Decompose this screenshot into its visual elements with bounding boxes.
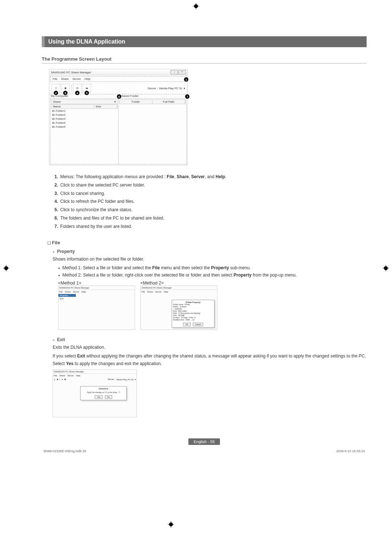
list-item[interactable]: Folder3 <box>51 117 118 121</box>
col-size: Size <box>94 105 117 109</box>
badge-7: 7 <box>185 94 189 99</box>
ok-button[interactable]: OK <box>183 323 191 326</box>
reg-mark-right <box>383 265 389 271</box>
menu-share[interactable]: Share <box>61 77 69 81</box>
menu-server[interactable]: Server <box>72 77 81 81</box>
share-icon[interactable]: ⇪2 <box>52 84 60 93</box>
right-columns: Folder Full Path <box>119 99 186 104</box>
subheading: The Programme Screen Layout <box>42 56 367 64</box>
property-desc: Shows information on the selected file o… <box>53 255 367 263</box>
titlebar: SAMSUNG PC Share Manager – × <box>49 69 187 75</box>
property-heading: Property <box>53 249 367 254</box>
sync-icon[interactable]: ⇆5 <box>82 84 91 93</box>
server-label: Server : <box>148 87 158 90</box>
list-item: 5.Click to synchronize the share status. <box>54 206 367 214</box>
list-item[interactable]: Folder4 <box>51 121 118 125</box>
col-fullpath: Full Path <box>152 100 185 104</box>
cancel-button[interactable]: Cancel <box>193 323 204 326</box>
exit-line2: If you select Exit without applying the … <box>53 352 367 367</box>
yes-button[interactable]: Yes <box>95 395 103 399</box>
method1-col: <Method 1> SAMSUNG PC Share Manager File… <box>58 281 135 330</box>
method1-text: Method 1: Select a file or folder and se… <box>58 264 367 271</box>
dialog-title: [Attention] <box>82 388 125 390</box>
method1-label: <Method 1> <box>58 281 135 286</box>
server-dropdown[interactable]: Media Play PC Sr. ▾ <box>159 87 185 90</box>
reg-mark-left <box>3 265 9 271</box>
refresh-icon[interactable]: ⟳4 <box>73 84 82 93</box>
menu-help[interactable]: Help <box>85 77 90 81</box>
pane-right: Folder Full Path <box>119 99 187 164</box>
col-name: Name <box>52 105 94 109</box>
list-item: 3.Click to cancel sharing. <box>54 189 367 198</box>
close-icon[interactable]: × <box>179 70 186 74</box>
divider <box>72 84 72 92</box>
mini-menu: FileShareServerHelp <box>53 374 136 377</box>
badge-1: 1 <box>184 77 188 82</box>
dialog-msg: Apply the changes on 'A' to the share…? <box>82 391 125 393</box>
exit-dialog: [Attention] Apply the changes on 'A' to … <box>80 386 127 400</box>
reg-mark-top <box>193 3 199 9</box>
page: Using the DLNA Application The Programme… <box>0 0 392 464</box>
list-item[interactable]: Folder5 <box>51 125 118 129</box>
panes: Share ▾ Name Size Folder1 Folder2 Folder… <box>50 98 187 164</box>
toolbar: ⇪2 ✖3 ⟳4 ⇆5 Server : Media Play PC Sr. ▾ <box>49 82 187 94</box>
pane-titles: My Computer 6 Shared Folder 7 <box>49 94 187 98</box>
folder-dropdown[interactable]: Share ▾ <box>51 99 118 104</box>
page-number: English - 55 <box>188 438 220 445</box>
list-item: 1.Menus: The following application menus… <box>54 173 367 181</box>
window-controls: – × <box>171 70 186 74</box>
method-screenshots: <Method 1> SAMSUNG PC Share Manager File… <box>58 281 367 330</box>
app-title: SAMSUNG PC Share Manager <box>51 71 91 74</box>
numbered-list: 1.Menus: The following application menus… <box>54 173 367 231</box>
menu-property-hl: Property <box>58 294 76 297</box>
doc-footer: BN68-02330E-00Eng.indb 55 2009-6-10 16:3… <box>42 449 367 453</box>
section-title: Using the DLNA Application <box>42 36 367 47</box>
screenshot-exit: SAMSUNG PC Share Manager FileShareServer… <box>53 369 137 417</box>
dialog-line: Modified time : 2008-…-12 <box>173 319 213 321</box>
mini-menu: FileShareServerHelp <box>58 290 135 294</box>
list-item[interactable]: Folder1 <box>51 109 118 113</box>
app-title: SAMSUNG PC Share Manager <box>141 286 217 290</box>
menu-file[interactable]: File <box>53 77 57 81</box>
menu-exit: Exit <box>58 297 135 300</box>
app-title: SAMSUNG PC Share Manager <box>58 286 135 290</box>
pane-left: Share ▾ Name Size Folder1 Folder2 Folder… <box>50 99 119 164</box>
menu-bar: File Share Server Help 1 <box>50 76 187 82</box>
no-button[interactable]: No <box>105 395 112 399</box>
method2-text: Method 2: Select a file or folder, right… <box>58 271 367 279</box>
list-item: 6.The folders and files of the PC to be … <box>54 214 367 222</box>
method2-col: <Method 2> SAMSUNG PC Share Manager File… <box>140 281 217 330</box>
left-columns: Name Size <box>51 104 118 109</box>
col-folder: Folder <box>120 100 152 104</box>
exit-line1: Exits the DLNA application. <box>53 344 367 351</box>
screenshot-method2: SAMSUNG PC Share Manager FileShareServer… <box>140 286 217 330</box>
shared-folder-label: Shared Folder <box>117 94 186 98</box>
method2-label: <Method 2> <box>140 281 217 286</box>
doc-time: 2009-6-10 16:33:24 <box>336 449 365 453</box>
list-item: 4.Click to refresh the PC folder and fil… <box>54 197 367 206</box>
file-heading: File <box>47 240 367 245</box>
app-title: SAMSUNG PC Share Manager <box>53 370 136 374</box>
folder-list: Folder1 Folder2 Folder3 Folder4 Folder5 <box>51 109 118 129</box>
mini-menu: FileShareServerHelp <box>141 290 217 294</box>
exit-shot-wrap: SAMSUNG PC Share Manager FileShareServer… <box>53 369 367 417</box>
screenshot-method1: SAMSUNG PC Share Manager FileShareServer… <box>58 286 135 330</box>
doc-code: BN68-02330E-00Eng.indb 55 <box>44 449 86 453</box>
screenshot-main: SAMSUNG PC Share Manager – × File Share … <box>49 69 188 165</box>
page-footer: English - 55 <box>42 439 367 444</box>
dialog-buttons: Yes No <box>82 395 125 399</box>
list-item: 2.Click to share the selected PC server … <box>54 181 367 189</box>
unshare-icon[interactable]: ✖3 <box>61 84 70 93</box>
min-icon[interactable]: – <box>171 70 178 74</box>
exit-heading: Exit <box>53 337 367 342</box>
property-dialog: [Folder Property] Folder name : Folder S… <box>172 300 215 328</box>
list-item[interactable]: Folder2 <box>51 113 118 117</box>
folder-dropdown-value: Share <box>53 100 61 103</box>
mini-toolbar: ⇪✖|⟳⇆ Server : Media Play PC Sr. ▾ <box>53 377 136 381</box>
my-computer-label: My Computer <box>51 94 117 98</box>
dialog-buttons: OK Cancel <box>173 323 213 326</box>
list-item: 7.Folders shared by the user are listed. <box>54 222 367 231</box>
